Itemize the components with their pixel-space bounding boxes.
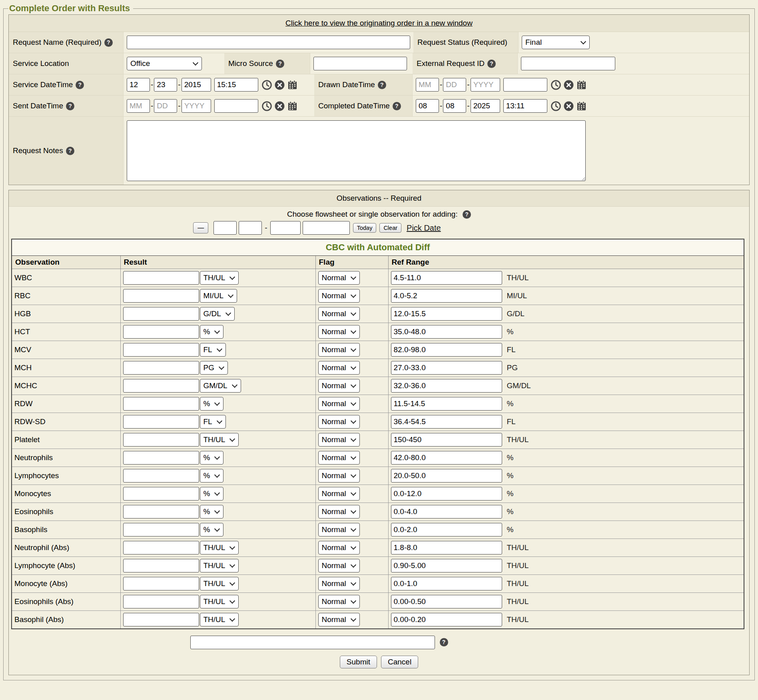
help-icon[interactable]: ? bbox=[440, 638, 448, 646]
today-button[interactable]: Today bbox=[353, 223, 377, 233]
calendar-icon[interactable] bbox=[287, 101, 298, 112]
service-month-input[interactable] bbox=[127, 78, 150, 92]
result-unit-select[interactable]: G/DL bbox=[200, 307, 234, 320]
completed-time-input[interactable] bbox=[503, 99, 547, 113]
ref-range-input[interactable] bbox=[391, 577, 502, 590]
abnormal-flag-select[interactable]: Normal bbox=[319, 361, 359, 374]
result-unit-select[interactable]: PG bbox=[200, 361, 227, 374]
picker-time-input[interactable] bbox=[303, 221, 350, 235]
help-icon[interactable]: ? bbox=[487, 60, 496, 68]
ref-range-input[interactable] bbox=[391, 289, 502, 303]
result-value-input[interactable] bbox=[123, 595, 199, 608]
calendar-icon[interactable] bbox=[576, 80, 587, 90]
result-unit-select[interactable]: % bbox=[200, 325, 223, 338]
ref-range-input[interactable] bbox=[391, 613, 502, 626]
result-unit-select[interactable]: TH/UL bbox=[200, 559, 238, 572]
result-value-input[interactable] bbox=[123, 307, 199, 321]
abnormal-flag-select[interactable]: Normal bbox=[319, 433, 359, 446]
help-icon[interactable]: ? bbox=[276, 60, 284, 68]
ref-range-input[interactable] bbox=[391, 325, 502, 339]
completed-day-input[interactable] bbox=[443, 99, 466, 113]
result-unit-select[interactable]: TH/UL bbox=[200, 613, 238, 626]
result-value-input[interactable] bbox=[123, 541, 199, 554]
result-value-input[interactable] bbox=[123, 487, 199, 501]
single-observation-input[interactable] bbox=[190, 636, 435, 649]
result-unit-select[interactable]: MI/UL bbox=[200, 289, 237, 302]
result-value-input[interactable] bbox=[123, 289, 199, 303]
ref-range-input[interactable] bbox=[391, 433, 502, 447]
ref-range-input[interactable] bbox=[391, 451, 502, 465]
result-value-input[interactable] bbox=[123, 379, 199, 393]
calendar-icon[interactable] bbox=[576, 101, 587, 112]
result-value-input[interactable] bbox=[123, 523, 199, 536]
drawn-day-input[interactable] bbox=[443, 78, 466, 92]
abnormal-flag-select[interactable]: Normal bbox=[319, 415, 359, 428]
abnormal-flag-select[interactable]: Normal bbox=[319, 343, 359, 356]
ref-range-input[interactable] bbox=[391, 415, 502, 429]
abnormal-flag-select[interactable]: Normal bbox=[319, 541, 359, 554]
sent-time-input[interactable] bbox=[214, 99, 258, 113]
result-unit-select[interactable]: TH/UL bbox=[200, 577, 238, 590]
abnormal-flag-select[interactable]: Normal bbox=[319, 613, 359, 626]
submit-button[interactable]: Submit bbox=[340, 656, 377, 668]
help-icon[interactable]: ? bbox=[463, 210, 471, 219]
sent-year-input[interactable] bbox=[182, 99, 211, 113]
ref-range-input[interactable] bbox=[391, 379, 502, 393]
cancel-button[interactable]: Cancel bbox=[381, 656, 418, 668]
clear-datetime-icon[interactable] bbox=[563, 80, 574, 90]
service-location-select[interactable]: Office bbox=[127, 57, 201, 70]
result-value-input[interactable] bbox=[123, 451, 199, 465]
result-value-input[interactable] bbox=[123, 415, 199, 429]
collapse-button[interactable]: — bbox=[193, 222, 208, 233]
help-icon[interactable]: ? bbox=[66, 147, 74, 155]
ref-range-input[interactable] bbox=[391, 487, 502, 501]
abnormal-flag-select[interactable]: Normal bbox=[319, 559, 359, 572]
service-year-input[interactable] bbox=[182, 78, 211, 92]
result-unit-select[interactable]: TH/UL bbox=[200, 433, 238, 446]
clear-datetime-icon[interactable] bbox=[274, 80, 285, 90]
view-originating-order-link[interactable]: Click here to view the originating order… bbox=[285, 19, 473, 27]
help-icon[interactable]: ? bbox=[66, 102, 74, 110]
ref-range-input[interactable] bbox=[391, 271, 502, 285]
sent-day-input[interactable] bbox=[154, 99, 177, 113]
clear-button[interactable]: Clear bbox=[379, 223, 401, 233]
result-value-input[interactable] bbox=[123, 469, 199, 483]
ref-range-input[interactable] bbox=[391, 397, 502, 411]
result-value-input[interactable] bbox=[123, 361, 199, 375]
clear-datetime-icon[interactable] bbox=[274, 101, 285, 112]
result-unit-select[interactable]: % bbox=[200, 505, 223, 518]
result-value-input[interactable] bbox=[123, 613, 199, 626]
result-value-input[interactable] bbox=[123, 505, 199, 519]
result-unit-select[interactable]: TH/UL bbox=[200, 271, 238, 284]
ref-range-input[interactable] bbox=[391, 307, 502, 321]
result-unit-select[interactable]: TH/UL bbox=[200, 595, 238, 608]
abnormal-flag-select[interactable]: Normal bbox=[319, 289, 359, 302]
ref-range-input[interactable] bbox=[391, 505, 502, 519]
help-icon[interactable]: ? bbox=[393, 102, 401, 110]
result-unit-select[interactable]: % bbox=[200, 523, 223, 536]
request-status-select[interactable]: Final bbox=[522, 36, 589, 48]
ref-range-input[interactable] bbox=[391, 559, 502, 572]
clear-datetime-icon[interactable] bbox=[563, 101, 574, 112]
result-value-input[interactable] bbox=[123, 577, 199, 590]
drawn-time-input[interactable] bbox=[503, 78, 547, 92]
micro-source-input[interactable] bbox=[313, 57, 407, 70]
clock-icon[interactable] bbox=[551, 80, 561, 90]
abnormal-flag-select[interactable]: Normal bbox=[319, 325, 359, 338]
help-icon[interactable]: ? bbox=[76, 81, 84, 89]
drawn-year-input[interactable] bbox=[471, 78, 500, 92]
pick-date-link[interactable]: Pick Date bbox=[407, 223, 441, 233]
service-time-input[interactable] bbox=[214, 78, 258, 92]
ref-range-input[interactable] bbox=[391, 343, 502, 357]
abnormal-flag-select[interactable]: Normal bbox=[319, 505, 359, 518]
result-unit-select[interactable]: % bbox=[200, 397, 223, 410]
picker-month-input[interactable] bbox=[213, 221, 237, 235]
abnormal-flag-select[interactable]: Normal bbox=[319, 397, 359, 410]
sent-month-input[interactable] bbox=[127, 99, 150, 113]
abnormal-flag-select[interactable]: Normal bbox=[319, 595, 359, 608]
result-value-input[interactable] bbox=[123, 271, 199, 285]
result-value-input[interactable] bbox=[123, 433, 199, 447]
calendar-icon[interactable] bbox=[287, 80, 298, 90]
ref-range-input[interactable] bbox=[391, 541, 502, 554]
result-value-input[interactable] bbox=[123, 325, 199, 339]
